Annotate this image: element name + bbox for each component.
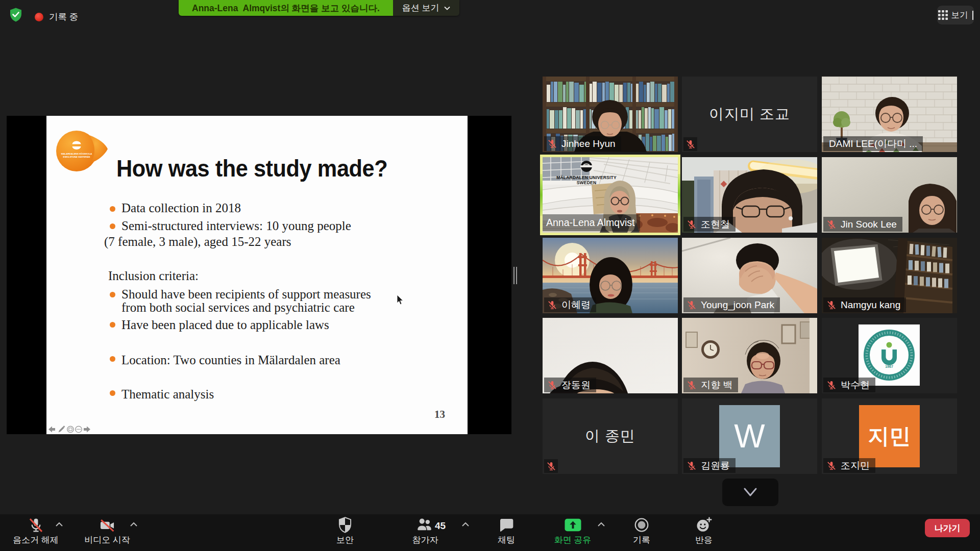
participant-tile-11[interactable]: 1967박수현 (822, 318, 957, 393)
chat-button[interactable]: 채팅 (488, 516, 525, 549)
participant-tile-12[interactable]: 이 종민 (543, 398, 678, 474)
bullet (110, 356, 115, 362)
participant-name-label: 지향 백 (683, 378, 738, 392)
participant-name-label: 김원룡 (683, 458, 736, 473)
record-button[interactable]: 기록 (623, 516, 660, 549)
mic-muted-icon (687, 300, 697, 310)
participant-name: Namgyu kang (841, 299, 900, 311)
participant-tile-4[interactable]: 조현철 (682, 157, 817, 233)
svg-text:MÄLARDALENS HÖGSKOLA: MÄLARDALENS HÖGSKOLA (61, 153, 92, 155)
share-screen-button[interactable]: 화면 공유 (547, 516, 598, 549)
participant-mute-indicator (544, 459, 558, 473)
participant-name: 지향 백 (701, 379, 732, 392)
panel-resize-handle[interactable] (513, 267, 518, 284)
share-options-chevron[interactable] (597, 521, 605, 528)
svg-text:ESKILSTUNA VÄSTERÅS: ESKILSTUNA VÄSTERÅS (63, 156, 90, 158)
view-button[interactable]: 보기 (937, 6, 974, 24)
participant-name-label: Jinhee Hyun (544, 136, 621, 151)
slide-line: Should have been recipients of support m… (121, 288, 371, 300)
participant-tile-7[interactable]: Young_joon Park (682, 238, 817, 313)
participant-name-label: 조지민 (823, 458, 875, 473)
slide-line: Inclusion criteria: (108, 269, 199, 282)
meeting-toolbar: 음소거 해제 비디오 시작 보 (0, 514, 980, 551)
participant-tile-14[interactable]: 지민조지민 (822, 398, 957, 474)
view-button-label: 보기 (951, 10, 968, 21)
mic-muted-icon (547, 139, 557, 149)
prev-slide-icon (48, 427, 55, 433)
encryption-shield-icon[interactable] (8, 7, 23, 22)
next-slide-icon (84, 427, 90, 433)
participant-tile-10[interactable]: 지향 백 (682, 318, 817, 393)
participant-tile-8[interactable]: Namgyu kang (822, 238, 957, 313)
mdh-logo: MÄLARDALENS HÖGSKOLA ESKILSTUNA VÄSTERÅS (54, 129, 115, 178)
record-icon (633, 516, 650, 534)
participant-name-label: 조현철 (683, 217, 736, 232)
participant-name: 박수현 (841, 379, 870, 392)
mic-muted-icon (547, 380, 557, 390)
slide-page-number: 13 (394, 409, 445, 420)
participant-tile-9[interactable]: 장동원 (543, 318, 678, 393)
recording-label: 기록 중 (49, 11, 78, 23)
start-video-button[interactable]: 비디오 시작 (83, 516, 132, 549)
participant-name: 조지민 (841, 459, 870, 472)
participant-tile-13[interactable]: W김원룡 (682, 398, 817, 474)
grid-view-icon (938, 10, 948, 20)
participant-name: Young_joon Park (701, 299, 774, 311)
chevron-down-icon (742, 487, 759, 498)
mdh-glyph-icon (579, 160, 594, 173)
participant-name-label: DAMI LEE(이다미 ... (823, 136, 923, 151)
reactions-label: 반응 (695, 534, 713, 546)
mic-options-chevron[interactable] (55, 521, 63, 528)
slide-annotation-toolbar[interactable] (48, 425, 91, 433)
reactions-icon (695, 516, 713, 534)
share-screen-label: 화면 공유 (554, 534, 592, 546)
bullet (110, 206, 115, 212)
participant-tile-6[interactable]: 이혜령 (543, 238, 678, 313)
mic-muted-icon (547, 300, 557, 310)
recording-indicator: 기록 중 (35, 11, 78, 23)
participant-name-label: Anna-Lena Almqvist (543, 214, 640, 231)
slide-line: Data collection in 2018 (121, 202, 241, 214)
participant-tile-1[interactable]: 이지미 조교 (682, 77, 817, 152)
slide-line: (7 female, 3 male), aged 15-22 years (104, 235, 291, 248)
view-options-label: 옵션 보기 (402, 2, 439, 14)
chat-icon (498, 516, 514, 534)
participant-tile-2[interactable]: DAMI LEE(이다미 ... (822, 77, 957, 152)
security-label: 보안 (336, 534, 354, 546)
reactions-button[interactable]: 반응 (685, 516, 722, 549)
mic-muted-icon (826, 219, 837, 230)
slide-line: Location: Two counties in Mälardalen are… (121, 354, 340, 366)
participant-tile-3[interactable]: MÄLARDALEN UNIVERSITYSWEDENAnna-Lena Alm… (543, 157, 678, 233)
participant-name-label: Jin Sook Lee (823, 217, 902, 232)
slide-line: Have been placed due to applicable laws (121, 318, 329, 331)
participant-tile-0[interactable]: Jinhee Hyun (543, 77, 678, 152)
participant-name: 김원룡 (701, 459, 730, 472)
video-options-chevron[interactable] (130, 521, 138, 528)
participant-display-name: 이 종민 (543, 398, 678, 474)
participant-name: Jinhee Hyun (561, 138, 616, 149)
leave-button[interactable]: 나가기 (925, 519, 970, 537)
view-options-button[interactable]: 옵션 보기 (393, 0, 459, 16)
security-button[interactable]: 보안 (327, 516, 363, 549)
participant-name: 장동원 (561, 379, 591, 392)
chat-label: 채팅 (498, 534, 515, 546)
slide-title: How was the study made? (116, 156, 387, 180)
mic-muted-icon (546, 461, 556, 471)
unmute-button[interactable]: 음소거 해제 (11, 516, 60, 549)
mic-muted-icon (826, 380, 837, 390)
assoc-logo-year: 1967 (885, 365, 893, 368)
participant-name-label: 장동원 (544, 378, 596, 392)
collapse-gallery-button[interactable] (722, 479, 778, 506)
slide-line: Thematic analysis (121, 388, 214, 400)
participant-name: 조현철 (701, 218, 730, 231)
participant-name: Anna-Lena Almqvist (546, 217, 634, 229)
participant-name-label: 박수현 (823, 378, 875, 392)
whiteboard-icon (67, 426, 74, 432)
participant-tile-5[interactable]: Jin Sook Lee (822, 157, 957, 233)
mic-muted-icon (826, 300, 837, 310)
participant-name-label: Namgyu kang (823, 297, 906, 312)
mic-muted-icon (28, 516, 44, 534)
screen-share-banner-text: Anna-Lena Almqvist의 화면을 보고 있습니다. (179, 0, 393, 16)
participants-chevron[interactable] (461, 521, 470, 528)
shared-screen-region: MÄLARDALENS HÖGSKOLA ESKILSTUNA VÄSTERÅS… (7, 116, 511, 434)
